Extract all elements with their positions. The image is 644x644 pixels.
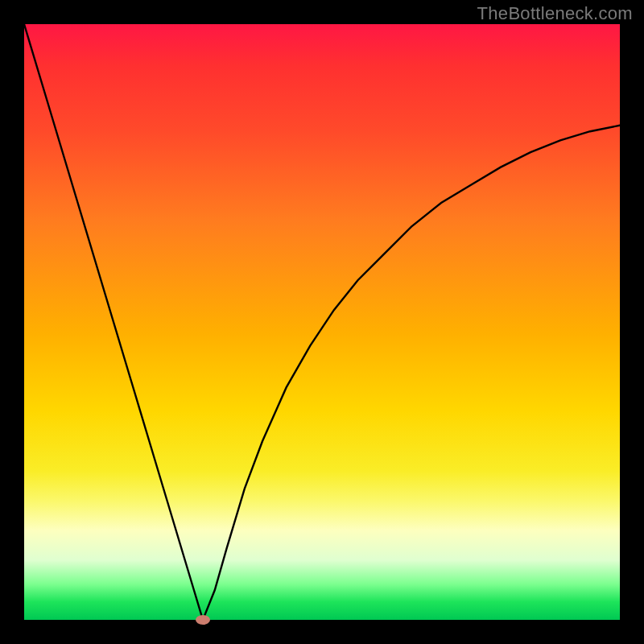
chart-frame: TheBottleneck.com: [0, 0, 644, 644]
vertex-marker: [196, 615, 210, 625]
bottleneck-curve: [24, 24, 620, 620]
attribution-text: TheBottleneck.com: [477, 3, 633, 24]
plot-area: [24, 24, 620, 620]
